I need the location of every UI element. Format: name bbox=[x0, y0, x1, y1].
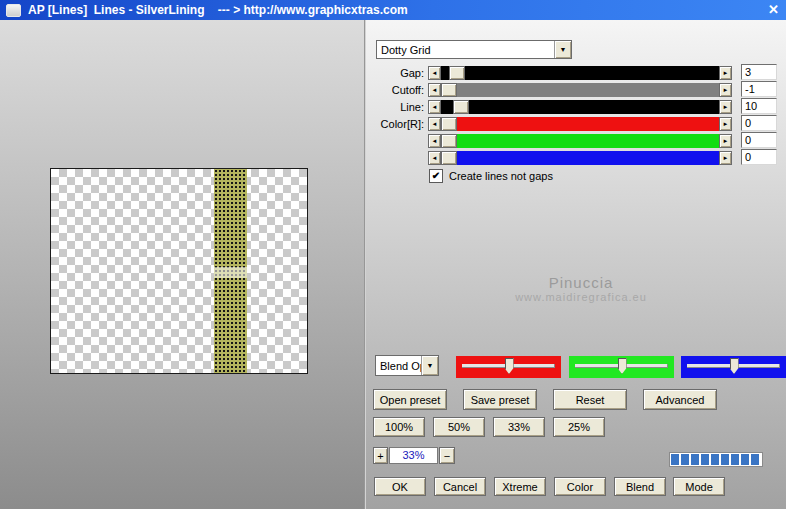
gap-slider-right-arrow[interactable]: ► bbox=[719, 66, 732, 80]
line-slider-thumb[interactable] bbox=[453, 100, 469, 114]
red-blend-trackbar[interactable] bbox=[456, 356, 561, 378]
cutoff-value-field[interactable]: -1 bbox=[741, 81, 777, 97]
chevron-down-icon[interactable]: ▼ bbox=[421, 356, 438, 375]
color-red-value-field[interactable]: 0 bbox=[741, 115, 777, 131]
xtreme-button[interactable]: Xtreme bbox=[494, 477, 546, 496]
cutoff-slider-left-arrow[interactable]: ◄ bbox=[428, 83, 441, 97]
mode-button[interactable]: Mode bbox=[673, 477, 725, 496]
color-blue-slider-thumb[interactable] bbox=[441, 151, 457, 165]
line-slider-right-arrow[interactable]: ► bbox=[719, 100, 732, 114]
gap-slider-row: Gap: ◄ ► 3 bbox=[366, 66, 786, 80]
cancel-button[interactable]: Cancel bbox=[434, 477, 486, 496]
chevron-down-icon[interactable]: ▼ bbox=[554, 41, 571, 58]
save-preset-button[interactable]: Save preset bbox=[463, 389, 537, 410]
line-slider-row: Line: ◄ ► 10 bbox=[366, 100, 786, 114]
line-value-field[interactable]: 10 bbox=[741, 98, 777, 114]
green-blend-trackbar[interactable] bbox=[569, 356, 674, 378]
color-green-slider-row: ◄ ► 0 bbox=[366, 134, 786, 148]
gap-slider-left-arrow[interactable]: ◄ bbox=[428, 66, 441, 80]
blend-options-dropdown[interactable]: Blend Optio ▼ bbox=[375, 355, 439, 376]
progress-segment bbox=[751, 454, 759, 465]
color-button[interactable]: Color bbox=[554, 477, 606, 496]
line-slider-track[interactable] bbox=[441, 100, 719, 114]
window-title: AP [Lines] Lines - SilverLining --- > ht… bbox=[28, 3, 768, 17]
create-lines-checkbox-label: Create lines not gaps bbox=[449, 170, 553, 182]
green-trackbar-thumb[interactable] bbox=[618, 358, 627, 374]
zoom-out-button[interactable]: − bbox=[439, 447, 455, 464]
blue-blend-trackbar[interactable] bbox=[681, 356, 786, 378]
progress-segment bbox=[681, 454, 689, 465]
progress-segment bbox=[731, 454, 739, 465]
effect-preset-value: Dotty Grid bbox=[377, 44, 554, 56]
progress-segment bbox=[691, 454, 699, 465]
zoom-in-button[interactable]: + bbox=[373, 447, 388, 464]
watermark: Pinuccia www.maidiregrafica.eu bbox=[456, 274, 706, 303]
gap-slider-track[interactable] bbox=[441, 66, 719, 80]
cutoff-slider-thumb[interactable] bbox=[441, 83, 457, 97]
preview-stripe bbox=[214, 169, 247, 373]
watermark-url: www.maidiregrafica.eu bbox=[456, 291, 706, 303]
color-green-slider-thumb[interactable] bbox=[441, 134, 457, 148]
ok-button[interactable]: OK bbox=[374, 477, 426, 496]
color-blue-slider-track[interactable] bbox=[441, 151, 719, 165]
color-red-slider-row: Color[R]: ◄ ► 0 bbox=[366, 117, 786, 131]
effect-preset-dropdown[interactable]: Dotty Grid ▼ bbox=[376, 40, 572, 59]
color-blue-value-field[interactable]: 0 bbox=[741, 149, 777, 165]
blue-trackbar-thumb[interactable] bbox=[730, 358, 739, 374]
zoom-level-field[interactable]: 33% bbox=[389, 447, 438, 464]
cutoff-slider-track[interactable] bbox=[441, 83, 719, 97]
title-bar: AP [Lines] Lines - SilverLining --- > ht… bbox=[0, 0, 786, 20]
line-slider-left-arrow[interactable]: ◄ bbox=[428, 100, 441, 114]
color-red-slider-thumb[interactable] bbox=[441, 117, 457, 131]
controls-panel: Dotty Grid ▼ Gap: ◄ ► 3 Cutoff: ◄ ► -1 L… bbox=[366, 20, 786, 509]
preview-canvas[interactable] bbox=[50, 168, 308, 374]
progress-segment bbox=[721, 454, 729, 465]
close-icon[interactable]: ✕ bbox=[768, 0, 779, 20]
cutoff-slider-right-arrow[interactable]: ► bbox=[719, 83, 732, 97]
line-label: Line: bbox=[366, 101, 424, 113]
cutoff-slider-row: Cutoff: ◄ ► -1 bbox=[366, 83, 786, 97]
open-preset-button[interactable]: Open preset bbox=[373, 389, 447, 410]
color-blue-slider-row: ◄ ► 0 bbox=[366, 151, 786, 165]
color-green-slider-track[interactable] bbox=[441, 134, 719, 148]
color-red-slider-left-arrow[interactable]: ◄ bbox=[428, 117, 441, 131]
color-green-slider-right-arrow[interactable]: ► bbox=[719, 134, 732, 148]
zoom-50-button[interactable]: 50% bbox=[433, 417, 485, 437]
zoom-33-button[interactable]: 33% bbox=[493, 417, 545, 437]
progress-segment bbox=[671, 454, 679, 465]
blend-button[interactable]: Blend bbox=[614, 477, 666, 496]
blend-options-value: Blend Optio bbox=[376, 360, 421, 372]
color-green-slider-left-arrow[interactable]: ◄ bbox=[428, 134, 441, 148]
color-red-slider-right-arrow[interactable]: ► bbox=[719, 117, 732, 131]
red-trackbar-thumb[interactable] bbox=[505, 358, 514, 374]
color-red-slider-track[interactable] bbox=[441, 117, 719, 131]
app-icon bbox=[6, 4, 21, 17]
color-red-label: Color[R]: bbox=[366, 118, 424, 130]
color-green-value-field[interactable]: 0 bbox=[741, 132, 777, 148]
watermark-name: Pinuccia bbox=[456, 274, 706, 291]
color-blue-slider-left-arrow[interactable]: ◄ bbox=[428, 151, 441, 165]
create-lines-checkbox-row: ✔ Create lines not gaps bbox=[429, 169, 553, 183]
advanced-button[interactable]: Advanced bbox=[643, 389, 717, 410]
progress-segment bbox=[711, 454, 719, 465]
gap-slider-thumb[interactable] bbox=[449, 66, 465, 80]
create-lines-checkbox[interactable]: ✔ bbox=[429, 169, 443, 183]
gap-value-field[interactable]: 3 bbox=[741, 64, 777, 80]
preview-panel bbox=[0, 20, 364, 509]
progress-segment bbox=[741, 454, 749, 465]
color-blue-slider-right-arrow[interactable]: ► bbox=[719, 151, 732, 165]
progress-bar bbox=[669, 452, 763, 467]
zoom-25-button[interactable]: 25% bbox=[553, 417, 605, 437]
reset-button[interactable]: Reset bbox=[553, 389, 627, 410]
progress-segment bbox=[701, 454, 709, 465]
cutoff-label: Cutoff: bbox=[366, 84, 424, 96]
gap-label: Gap: bbox=[366, 67, 424, 79]
preview-stripe-highlight bbox=[214, 267, 247, 278]
zoom-100-button[interactable]: 100% bbox=[373, 417, 425, 437]
